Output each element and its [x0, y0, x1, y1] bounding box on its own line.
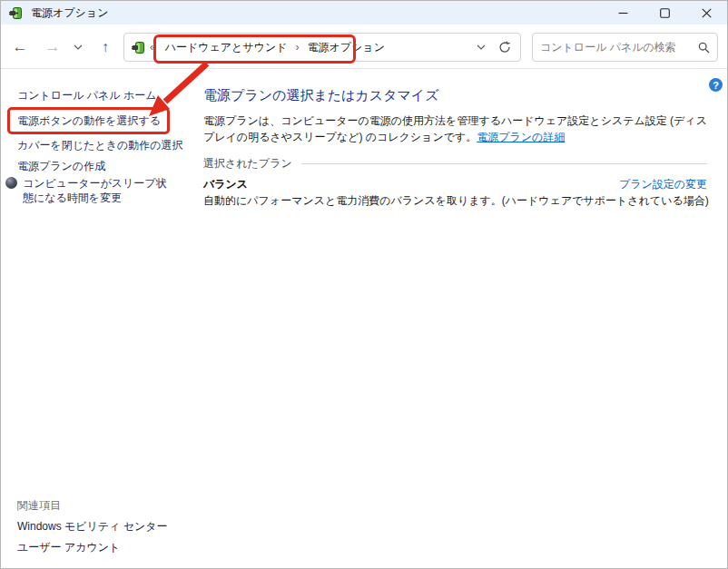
- close-button[interactable]: [685, 1, 727, 25]
- page-description: 電源プランは、コンピューターの電源の使用方法を管理するハードウェア設定とシステム…: [203, 113, 709, 145]
- power-plan-details-link[interactable]: 電源プランの詳細: [477, 131, 565, 143]
- breadcrumb-item-power-options[interactable]: 電源オプション: [304, 40, 389, 55]
- search-box: [532, 33, 718, 62]
- window-controls: [602, 1, 727, 25]
- sidebar-item-user-accounts[interactable]: ユーザー アカウント: [17, 540, 120, 555]
- sidebar-item-create-power-plan[interactable]: 電源プランの作成: [17, 159, 105, 174]
- sidebar-item-choose-lid-close-action[interactable]: カバーを閉じたときの動作の選択: [17, 138, 183, 153]
- annotation-arrow: [1, 1, 728, 569]
- power-options-breadcrumb-icon: [132, 40, 146, 54]
- power-options-app-icon: [9, 5, 24, 20]
- back-button[interactable]: ←: [8, 25, 32, 69]
- refresh-icon[interactable]: [498, 41, 511, 54]
- search-input[interactable]: [540, 41, 698, 54]
- maximize-button[interactable]: [644, 1, 685, 25]
- history-dropdown-icon[interactable]: [68, 25, 88, 69]
- address-bar[interactable]: « ハードウェアとサウンド › 電源オプション: [123, 33, 521, 62]
- sidebar-item-choose-power-button-action[interactable]: 電源ボタンの動作を選択する: [17, 113, 161, 129]
- sidebar-item-windows-mobility-center[interactable]: Windows モビリティ センター: [17, 519, 168, 535]
- admin-shield-icon: [5, 177, 17, 189]
- page-title: 電源プランの選択またはカスタマイズ: [203, 87, 439, 104]
- plan-link-row: プラン設定の変更: [203, 177, 707, 192]
- sidebar-item-control-panel-home[interactable]: コントロール パネル ホーム: [17, 88, 156, 103]
- change-plan-settings-link[interactable]: プラン設定の変更: [619, 178, 707, 191]
- forward-button[interactable]: →: [41, 25, 64, 69]
- breadcrumb-item-hardware-and-sound[interactable]: ハードウェアとサウンド: [162, 40, 291, 55]
- related-items-header: 関連項目: [17, 498, 61, 514]
- navigation-toolbar: ← → ↑ « ハードウェアとサウンド › 電源オプション: [1, 25, 727, 69]
- help-icon[interactable]: ?: [709, 78, 723, 92]
- plan-description: 自動的にパフォーマンスと電力消費のバランスを取ります。(ハードウェアでサポートさ…: [203, 193, 709, 209]
- address-dropdown-icon[interactable]: [477, 44, 486, 50]
- section-divider: [301, 163, 707, 164]
- minimize-button[interactable]: [602, 1, 644, 25]
- titlebar: 電源オプション: [1, 1, 727, 25]
- selected-plan-header: 選択されたプラン: [203, 156, 292, 172]
- breadcrumb-separator-icon[interactable]: ›: [291, 41, 304, 54]
- up-button[interactable]: ↑: [93, 25, 117, 69]
- sidebar-item-change-sleep-time[interactable]: コンピューターがスリープ状態になる時間を変更: [23, 176, 170, 205]
- search-icon[interactable]: [698, 42, 710, 54]
- window-title: 電源オプション: [31, 5, 108, 21]
- selected-plan-section: 選択されたプラン: [203, 156, 707, 172]
- power-options-window: 電源オプション ← → ↑: [0, 0, 728, 569]
- collapsed-breadcrumb-chevrons-icon[interactable]: «: [150, 41, 156, 54]
- description-text: 電源プランは、コンピューターの電源の使用方法を管理するハードウェア設定とシステム…: [203, 114, 707, 143]
